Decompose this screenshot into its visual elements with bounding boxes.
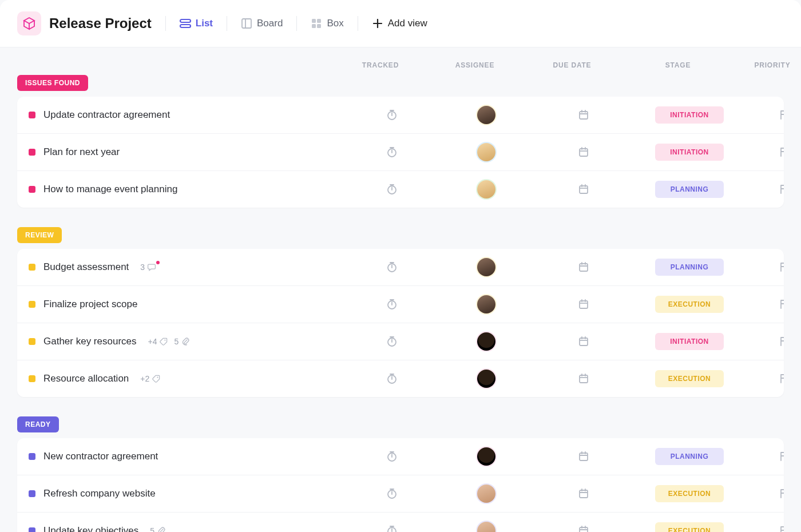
due-date-cell[interactable] <box>538 261 629 273</box>
assignee-cell[interactable] <box>435 521 538 532</box>
tracked-cell[interactable] <box>349 525 435 532</box>
stage-cell[interactable]: PLANNING <box>629 181 750 198</box>
assignee-cell[interactable] <box>435 446 538 467</box>
task-cell: Update key objectives5 <box>29 525 349 532</box>
priority-cell[interactable] <box>750 525 784 532</box>
task-row[interactable]: Plan for next yearINITIATION <box>17 134 784 171</box>
group-label[interactable]: READY <box>17 416 59 432</box>
tracked-cell[interactable] <box>349 373 435 384</box>
task-row[interactable]: Refresh company websiteEXECUTION <box>17 475 784 513</box>
attachments-count[interactable]: 5 <box>150 526 166 532</box>
view-box-label: Box <box>327 18 343 29</box>
assignee-cell[interactable] <box>435 483 538 504</box>
stage-cell[interactable]: INITIATION <box>629 333 750 350</box>
tracked-cell[interactable] <box>349 336 435 347</box>
stage-cell[interactable]: PLANNING <box>629 259 750 276</box>
due-date-cell[interactable] <box>538 451 629 462</box>
task-row[interactable]: Gather key resources+45INITIATION <box>17 323 784 360</box>
stage-cell[interactable]: INITIATION <box>629 106 750 124</box>
status-square-icon[interactable] <box>29 490 35 497</box>
add-view-button[interactable]: Add view <box>366 14 433 33</box>
subtasks-count[interactable]: +4 <box>148 337 169 346</box>
avatar <box>476 446 497 467</box>
status-square-icon[interactable] <box>29 149 35 156</box>
due-date-cell[interactable] <box>538 146 629 158</box>
task-title: Plan for next year <box>43 146 120 158</box>
due-date-cell[interactable] <box>538 336 629 347</box>
group-label[interactable]: REVIEW <box>17 227 62 243</box>
status-square-icon[interactable] <box>29 186 35 193</box>
tracked-cell[interactable] <box>349 109 435 121</box>
task-row[interactable]: Update contractor agreementINITIATION <box>17 97 784 134</box>
priority-cell[interactable] <box>750 336 784 347</box>
tracked-cell[interactable] <box>349 184 435 195</box>
stage-cell[interactable]: EXECUTION <box>629 370 750 387</box>
priority-cell[interactable] <box>750 184 784 195</box>
task-row[interactable]: New contractor agreementPLANNING <box>17 438 784 475</box>
stage-cell[interactable]: INITIATION <box>629 144 750 161</box>
tracked-cell[interactable] <box>349 451 435 462</box>
status-square-icon[interactable] <box>29 527 35 532</box>
view-list-button[interactable]: List <box>174 14 219 33</box>
task-cell: Gather key resources+45 <box>29 336 349 347</box>
priority-cell[interactable] <box>750 488 784 499</box>
stage-cell[interactable]: EXECUTION <box>629 296 750 313</box>
paperclip-icon <box>157 526 166 532</box>
calendar-icon <box>578 451 589 462</box>
flag-icon <box>778 299 784 310</box>
comments-count[interactable]: 3 <box>140 263 162 272</box>
priority-cell[interactable] <box>750 299 784 310</box>
group-label[interactable]: ISSUES FOUND <box>17 75 88 91</box>
due-date-cell[interactable] <box>538 488 629 499</box>
tracked-cell[interactable] <box>349 261 435 273</box>
due-date-cell[interactable] <box>538 299 629 310</box>
task-row[interactable]: How to manage event planningPLANNING <box>17 171 784 208</box>
subtasks-count[interactable]: +2 <box>140 374 161 383</box>
task-row[interactable]: Budget assessment3PLANNING <box>17 249 784 286</box>
task-row[interactable]: Resource allocation+2EXECUTION <box>17 360 784 397</box>
task-title: How to manage event planning <box>43 184 177 195</box>
stage-cell[interactable]: EXECUTION <box>629 485 750 502</box>
priority-cell[interactable] <box>750 261 784 273</box>
priority-cell[interactable] <box>750 373 784 384</box>
tracked-cell[interactable] <box>349 488 435 499</box>
tag-icon <box>152 374 161 383</box>
flag-icon <box>778 525 784 532</box>
timer-icon <box>386 451 398 462</box>
status-square-icon[interactable] <box>29 264 35 271</box>
paperclip-icon <box>181 337 190 346</box>
priority-cell[interactable] <box>750 451 784 462</box>
stage-cell[interactable]: EXECUTION <box>629 522 750 532</box>
priority-cell[interactable] <box>750 109 784 121</box>
view-box-button[interactable]: Box <box>305 14 349 33</box>
stage-badge: PLANNING <box>655 259 724 276</box>
assignee-cell[interactable] <box>435 294 538 315</box>
tracked-cell[interactable] <box>349 299 435 310</box>
assignee-cell[interactable] <box>435 142 538 162</box>
due-date-cell[interactable] <box>538 109 629 121</box>
assignee-cell[interactable] <box>435 368 538 389</box>
due-date-cell[interactable] <box>538 525 629 532</box>
assignee-cell[interactable] <box>435 179 538 200</box>
priority-cell[interactable] <box>750 146 784 158</box>
status-square-icon[interactable] <box>29 301 35 308</box>
status-square-icon[interactable] <box>29 453 35 460</box>
attachments-count[interactable]: 5 <box>174 337 190 346</box>
assignee-cell[interactable] <box>435 331 538 352</box>
status-square-icon[interactable] <box>29 112 35 118</box>
due-date-cell[interactable] <box>538 373 629 384</box>
assignee-cell[interactable] <box>435 257 538 277</box>
task-cell: Budget assessment3 <box>29 261 349 273</box>
view-board-button[interactable]: Board <box>235 14 288 33</box>
task-meta: +45 <box>148 337 191 346</box>
stage-badge: PLANNING <box>655 181 724 198</box>
task-row[interactable]: Finalize project scopeEXECUTION <box>17 286 784 323</box>
tracked-cell[interactable] <box>349 146 435 158</box>
due-date-cell[interactable] <box>538 184 629 195</box>
status-square-icon[interactable] <box>29 375 35 382</box>
stage-cell[interactable]: PLANNING <box>629 448 750 465</box>
status-square-icon[interactable] <box>29 338 35 345</box>
task-row[interactable]: Update key objectives5EXECUTION <box>17 513 784 532</box>
assignee-cell[interactable] <box>435 105 538 125</box>
avatar <box>476 294 497 315</box>
